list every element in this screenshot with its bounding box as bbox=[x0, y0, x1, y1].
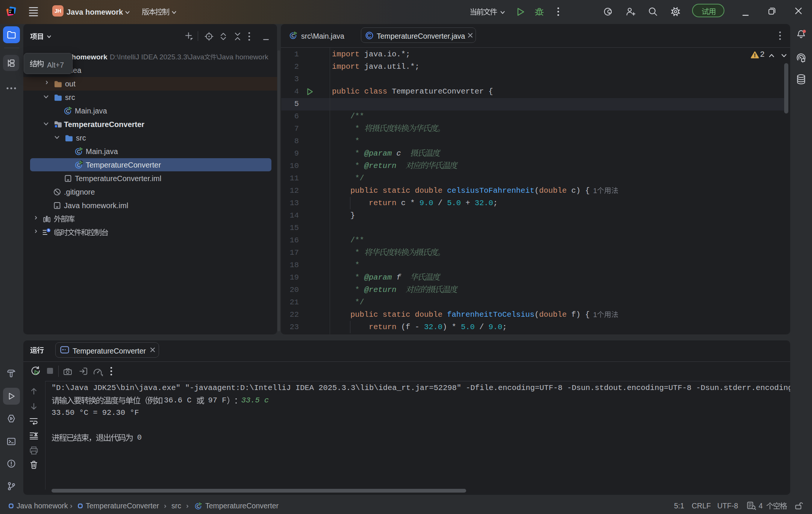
svg-text:IJ: IJ bbox=[9, 9, 11, 12]
